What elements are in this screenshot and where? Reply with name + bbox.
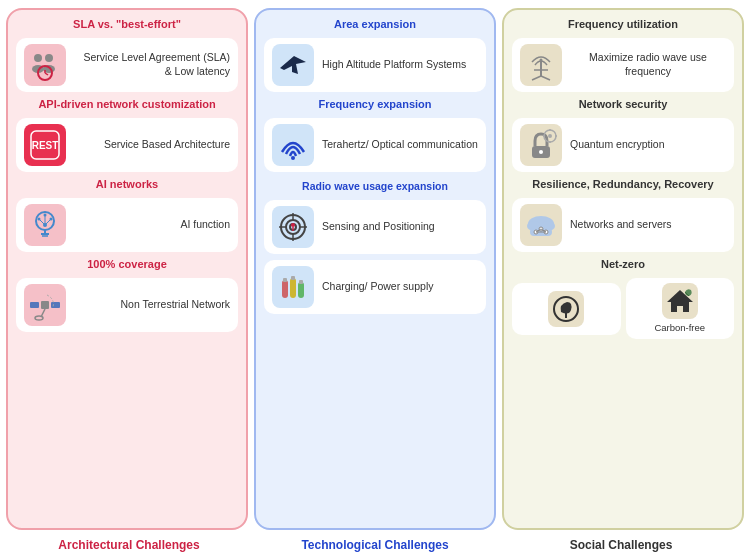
tech-section-area-header: Area expansion	[264, 18, 486, 30]
bottom-social-label: Social Challenges	[498, 538, 744, 552]
tech-card-freq: Terahertz/ Optical communication	[264, 118, 486, 172]
cloud-icon	[520, 204, 562, 246]
arch-card-api: REST Service Based Architecture	[16, 118, 238, 172]
svg-rect-35	[282, 280, 288, 298]
social-card-leaf	[512, 283, 621, 335]
social-card-netzero-text: Carbon-free	[654, 322, 705, 334]
tech-card-sensing: Sensing and Positioning	[264, 200, 486, 254]
social-card-sec: Quantum encryption	[512, 118, 734, 172]
svg-point-18	[50, 218, 53, 221]
social-section-netzero-header: Net-zero	[512, 258, 734, 270]
battery-icon	[272, 266, 314, 308]
svg-point-17	[38, 218, 41, 221]
brain-icon	[24, 204, 66, 246]
svg-rect-36	[290, 278, 296, 298]
svg-rect-22	[30, 302, 39, 308]
svg-rect-37	[298, 282, 304, 298]
svg-rect-23	[51, 302, 60, 308]
social-card-resilience: Networks and servers	[512, 198, 734, 252]
svg-rect-39	[291, 276, 295, 280]
svg-point-20	[43, 223, 47, 227]
bottom-arch-label: Architectural Challenges	[6, 538, 252, 552]
svg-point-47	[539, 150, 543, 154]
social-card-sec-text: Quantum encryption	[570, 138, 665, 152]
tech-card-area-text: High Altitude Platform Systems	[322, 58, 466, 72]
svg-line-6	[45, 73, 48, 75]
arch-section-ai-header: AI networks	[16, 178, 238, 190]
social-card-freq: Maximize radio wave use frequency	[512, 38, 734, 92]
tech-section-freq-header: Frequency expansion	[264, 98, 486, 110]
plane-icon	[272, 44, 314, 86]
arch-card-coverage-text: Non Terrestrial Network	[74, 298, 230, 312]
rest-icon: REST	[24, 124, 66, 166]
satellite-icon	[24, 284, 66, 326]
svg-point-26	[291, 156, 295, 160]
arch-section-coverage-header: 100% coverage	[16, 258, 238, 270]
svg-text:REST: REST	[32, 140, 59, 151]
svg-line-43	[541, 76, 550, 80]
svg-rect-40	[299, 280, 303, 284]
svg-point-45	[540, 59, 543, 62]
people-icon	[24, 44, 66, 86]
tower-icon	[520, 44, 562, 86]
svg-point-49	[548, 134, 552, 138]
tech-card-area: High Altitude Platform Systems	[264, 38, 486, 92]
tech-card-freq-text: Terahertz/ Optical communication	[322, 138, 478, 152]
social-column: Frequency utilization Maximize radio wav…	[502, 8, 744, 530]
tech-card-sensing-text: Sensing and Positioning	[322, 220, 435, 234]
tech-card-charging-text: Charging/ Power supply	[322, 280, 433, 294]
bottom-tech-label: Technological Challenges	[252, 538, 498, 552]
svg-rect-38	[283, 278, 287, 282]
svg-point-19	[44, 214, 47, 217]
target-icon	[272, 206, 314, 248]
arch-section-api-header: API-driven network customization	[16, 98, 238, 110]
social-card-freq-text: Maximize radio wave use frequency	[570, 51, 726, 78]
svg-rect-21	[41, 301, 49, 309]
house-icon	[662, 283, 698, 319]
wifi-icon	[272, 124, 314, 166]
social-section-resilience-header: Resilience, Redundancy, Recovery	[512, 178, 734, 190]
arch-card-sla: Service Level Agreement (SLA) & Low late…	[16, 38, 238, 92]
svg-line-42	[532, 76, 541, 80]
social-card-netzero-pair: Carbon-free	[512, 278, 734, 339]
lock-icon	[520, 124, 562, 166]
social-section-sec-header: Network security	[512, 98, 734, 110]
arch-card-ai: AI function	[16, 198, 238, 252]
tech-column: Area expansion High Altitude Platform Sy…	[254, 8, 496, 530]
arch-card-coverage: Non Terrestrial Network	[16, 278, 238, 332]
arch-card-api-text: Service Based Architecture	[74, 138, 230, 152]
leaf-icon	[548, 291, 584, 327]
social-card-resilience-text: Networks and servers	[570, 218, 672, 232]
svg-point-2	[45, 54, 53, 62]
arch-section-sla-header: SLA vs. "best-effort"	[16, 18, 238, 30]
bottom-labels: Architectural Challenges Technological C…	[0, 534, 750, 558]
tech-card-charging: Charging/ Power supply	[264, 260, 486, 314]
arch-card-ai-text: AI function	[74, 218, 230, 232]
main-container: SLA vs. "best-effort" Service Level Agre…	[0, 0, 750, 534]
tech-section-radio-header: Radio wave usage expansion	[264, 180, 486, 192]
svg-point-25	[35, 316, 43, 320]
svg-point-34	[291, 223, 295, 227]
arch-column: SLA vs. "best-effort" Service Level Agre…	[6, 8, 248, 530]
social-section-freq-header: Frequency utilization	[512, 18, 734, 30]
svg-point-0	[34, 54, 42, 62]
arch-card-sla-text: Service Level Agreement (SLA) & Low late…	[74, 51, 230, 78]
social-card-house: Carbon-free	[626, 278, 735, 339]
